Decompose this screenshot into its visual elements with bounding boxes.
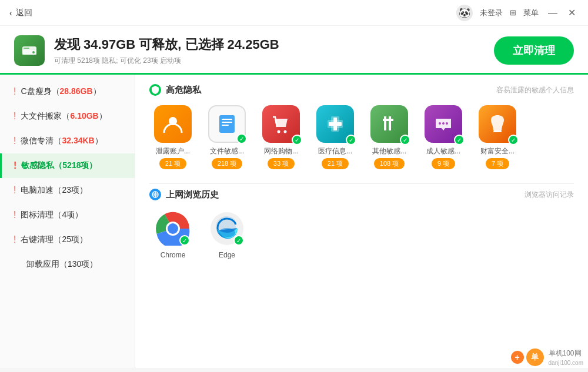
- leak-account-count: 21 项: [159, 158, 186, 169]
- browser-history-desc: 浏览器访问记录: [524, 190, 574, 200]
- minimize-button[interactable]: —: [546, 6, 560, 20]
- sidebar-item-right-click[interactable]: ! 右键清理（25项）: [0, 227, 135, 252]
- medical-icon: ✓: [316, 105, 354, 143]
- sidebar-item-wechat[interactable]: ! 微信专清（32.34KB）: [0, 129, 135, 153]
- exclaim-icon: !: [14, 111, 16, 122]
- leak-account-icon: [154, 105, 192, 143]
- high-risk-grid: 泄露账户... 21 项 ✓ 文件敏感...: [149, 105, 574, 169]
- svg-point-22: [168, 223, 178, 234]
- adult-label: 成人敏感...: [426, 146, 460, 156]
- close-button[interactable]: ✕: [564, 6, 579, 20]
- svg-rect-3: [24, 48, 29, 49]
- file-sensitive-label: 文件敏感...: [210, 146, 244, 156]
- browser-section-title: 上网浏览历史: [149, 189, 219, 200]
- browser-history-title: 上网浏览历史: [166, 189, 219, 200]
- check-badge: ✓: [346, 135, 356, 145]
- list-item[interactable]: ✓ 其他敏感... 108 项: [366, 105, 413, 169]
- watermark-plus-icon: +: [511, 351, 524, 364]
- chrome-browser-icon: ✓: [154, 210, 192, 247]
- list-item[interactable]: ✓ 成人敏感... 9 项: [420, 105, 467, 169]
- list-item[interactable]: ✓ Chrome: [149, 210, 196, 259]
- online-shop-label: 网络购物...: [264, 146, 298, 156]
- watermark: + 单 单机100网danji100.com: [511, 347, 583, 367]
- svg-rect-7: [222, 122, 232, 123]
- sidebar-item-privacy[interactable]: ! 敏感隐私（5218项）: [0, 153, 135, 178]
- list-item[interactable]: ✓ 网络购物... 33 项: [258, 105, 305, 169]
- other-sensitive-label: 其他敏感...: [372, 146, 406, 156]
- avatar-icon: 🐼: [459, 7, 470, 18]
- svg-point-24: [219, 228, 235, 237]
- header-summary: 发现 34.97GB 可释放, 已选择 24.25GB 可清理 5218项 隐私…: [0, 26, 588, 75]
- main-layout: ! C盘瘦身（28.86GB） ! 大文件搬家（6.10GB） ! 微信专清（3…: [0, 75, 588, 368]
- other-sensitive-count: 108 项: [374, 158, 405, 169]
- leak-account-label: 泄露账户...: [156, 146, 190, 156]
- svg-point-10: [284, 130, 287, 133]
- check-badge: ✓: [179, 235, 190, 246]
- high-risk-section: 高危隐私 容易泄露的敏感个人信息 泄露账户... 21 项: [149, 84, 574, 169]
- check-badge: ✓: [508, 135, 519, 145]
- exclaim-icon: !: [14, 160, 16, 171]
- svg-point-15: [439, 122, 441, 125]
- back-button[interactable]: ‹ 返回: [9, 8, 32, 18]
- exclaim-icon: !: [14, 136, 16, 146]
- check-badge: ✓: [292, 135, 302, 145]
- adult-icon: ✓: [425, 105, 462, 143]
- high-risk-desc: 容易泄露的敏感个人信息: [496, 85, 574, 95]
- header-left: 发现 34.97GB 可释放, 已选择 24.25GB 可清理 5218项 隐私…: [14, 35, 279, 66]
- list-item[interactable]: ✓ Edge: [203, 210, 250, 259]
- browser-grid: ✓ Chrome: [149, 210, 574, 259]
- svg-rect-6: [222, 119, 232, 120]
- svg-rect-14: [329, 122, 342, 126]
- divider: [149, 183, 574, 184]
- header-title: 发现 34.97GB 可释放, 已选择 24.25GB: [54, 36, 279, 53]
- menu-label: ⊞: [510, 8, 516, 17]
- medical-label: 医疗信息...: [318, 146, 352, 156]
- wealth-icon: ✓: [479, 105, 516, 143]
- list-item[interactable]: ✓ 医疗信息... 21 项: [312, 105, 359, 169]
- title-bar: ‹ 返回 🐼 未登录 ⊞ 菜单 — ✕: [0, 0, 588, 26]
- list-item[interactable]: ✓ 财富安全... 7 项: [474, 105, 521, 169]
- window-controls: — ✕: [546, 6, 579, 20]
- exclaim-icon: !: [14, 210, 16, 220]
- chrome-label: Chrome: [161, 251, 186, 259]
- wealth-label: 财富安全...: [480, 146, 514, 156]
- adult-count: 9 项: [432, 158, 455, 169]
- back-label: 返回: [16, 8, 32, 18]
- watermark-logo: 单: [525, 347, 545, 367]
- browser-history-section: 上网浏览历史 浏览器访问记录: [149, 189, 574, 259]
- section-title: 高危隐私: [149, 84, 201, 96]
- browser-section-header: 上网浏览历史 浏览器访问记录: [149, 189, 574, 200]
- exclaim-icon: !: [14, 86, 16, 97]
- svg-rect-5: [219, 115, 235, 133]
- edge-label: Edge: [219, 251, 235, 259]
- list-item[interactable]: ✓ 文件敏感... 218 项: [203, 105, 250, 169]
- svg-point-16: [442, 122, 445, 125]
- wealth-count: 7 项: [486, 158, 509, 169]
- clean-button[interactable]: 立即清理: [494, 36, 574, 65]
- menu-text[interactable]: 菜单: [523, 8, 539, 18]
- user-label[interactable]: 未登录: [480, 8, 503, 18]
- file-sensitive-icon: ✓: [208, 105, 246, 143]
- check-badge: ✓: [400, 135, 410, 145]
- online-shop-count: 33 项: [268, 158, 295, 169]
- watermark-text: 单机100网danji100.com: [549, 348, 583, 367]
- sidebar-item-c-disk[interactable]: ! C盘瘦身（28.86GB）: [0, 79, 135, 104]
- shield-icon: [149, 84, 161, 96]
- sidebar-item-large-file[interactable]: ! 大文件搬家（6.10GB）: [0, 104, 135, 129]
- list-item[interactable]: 泄露账户... 21 项: [149, 105, 196, 169]
- edge-browser-icon: ✓: [208, 210, 246, 247]
- svg-point-2: [32, 51, 35, 53]
- check-badge: ✓: [233, 235, 244, 246]
- header-text: 发现 34.97GB 可释放, 已选择 24.25GB 可清理 5218项 隐私…: [54, 36, 279, 66]
- sidebar-item-icon-clean[interactable]: ! 图标清理（4项）: [0, 203, 135, 227]
- high-risk-title: 高危隐私: [166, 85, 201, 96]
- svg-point-17: [446, 122, 448, 125]
- other-sensitive-icon: ✓: [370, 105, 408, 143]
- hdd-icon: [14, 35, 45, 66]
- avatar: 🐼: [456, 5, 473, 21]
- sidebar-item-speed[interactable]: ! 电脑加速（23项）: [0, 178, 135, 203]
- svg-rect-18: [493, 130, 502, 132]
- sidebar-item-uninstall[interactable]: 卸载应用（130项）: [0, 252, 135, 277]
- header-subtitle: 可清理 5218项 隐私; 可优化 23项 启动项: [54, 56, 279, 66]
- globe-icon: [149, 189, 161, 200]
